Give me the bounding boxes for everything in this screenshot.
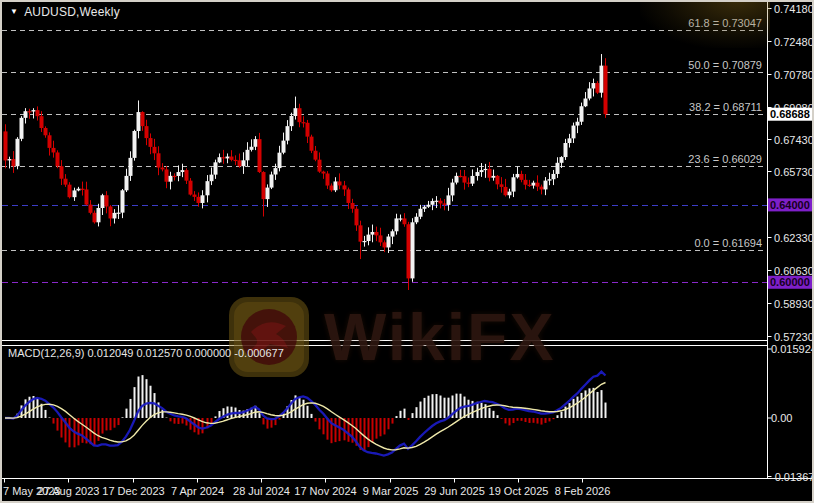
date-tick-label: 8 Feb 2026 bbox=[555, 485, 611, 497]
chart-canvas[interactable]: 61.8 = 0.7304750.0 = 0.7087938.2 = 0.687… bbox=[0, 0, 814, 503]
date-tick-label: 17 Nov 2024 bbox=[294, 485, 356, 497]
macd-tick-label: 0.00 bbox=[771, 412, 792, 424]
macd-name: MACD(12,26,9) bbox=[8, 347, 84, 359]
price-tick-label: 0.72480 bbox=[774, 36, 814, 48]
price-tick-label: 0.60630 bbox=[774, 265, 814, 277]
price-tick-label: 0.58930 bbox=[774, 298, 814, 310]
chevron-down-icon[interactable]: ▼ bbox=[10, 8, 18, 16]
candle bbox=[411, 218, 415, 282]
date-tick-label: 17 Dec 2023 bbox=[102, 485, 164, 497]
price-tick-label: 0.62330 bbox=[774, 232, 814, 244]
price-tick-label: 0.57230 bbox=[774, 331, 814, 343]
fib-level-label: 23.6 = 0.66029 bbox=[688, 153, 762, 165]
price-tick-label: 0.74180 bbox=[774, 3, 814, 15]
chart-title-bar[interactable]: ▼ AUDUSD,Weekly bbox=[10, 5, 120, 19]
candle bbox=[20, 116, 24, 141]
candle bbox=[133, 130, 137, 161]
price-tick-label: 0.70780 bbox=[774, 69, 814, 81]
price-marker-label: 0.68688 bbox=[770, 108, 810, 120]
chart-window: 61.8 = 0.7304750.0 = 0.7087938.2 = 0.687… bbox=[0, 0, 814, 503]
date-tick-label: 29 Jun 2025 bbox=[424, 485, 485, 497]
macd-tick-label: 0.015924 bbox=[771, 343, 814, 355]
date-tick-label: 19 Oct 2025 bbox=[489, 485, 549, 497]
candle bbox=[16, 137, 20, 169]
date-tick-label: 27 Aug 2023 bbox=[38, 485, 100, 497]
date-tick-label: 9 Mar 2025 bbox=[363, 485, 419, 497]
price-marker-label: 0.60000 bbox=[770, 276, 810, 288]
fib-level-label: 0.0 = 0.61694 bbox=[694, 237, 762, 249]
price-tick-label: 0.67430 bbox=[774, 134, 814, 146]
fib-level-label: 50.0 = 0.70879 bbox=[688, 59, 762, 71]
macd-indicator-label: MACD(12,26,9) 0.012049 0.012570 0.000000… bbox=[8, 347, 284, 359]
price-tick-label: 0.65730 bbox=[774, 166, 814, 178]
fib-level-label: 38.2 = 0.68711 bbox=[689, 101, 762, 113]
candle bbox=[56, 150, 60, 168]
candle bbox=[604, 58, 608, 118]
candle bbox=[596, 81, 600, 94]
date-tick-label: 7 Apr 2024 bbox=[171, 485, 224, 497]
macd-values: 0.012049 0.012570 0.000000 -0.000677 bbox=[87, 347, 283, 359]
candle bbox=[189, 178, 193, 195]
candle bbox=[310, 135, 314, 153]
date-tick-label: 28 Jul 2024 bbox=[233, 485, 290, 497]
fib-level-label: 61.8 = 0.73047 bbox=[688, 17, 762, 29]
symbol-timeframe-label: AUDUSD,Weekly bbox=[24, 5, 120, 19]
price-marker-label: 0.64000 bbox=[770, 199, 810, 211]
macd-tick-label: -0.013677 bbox=[771, 471, 814, 483]
